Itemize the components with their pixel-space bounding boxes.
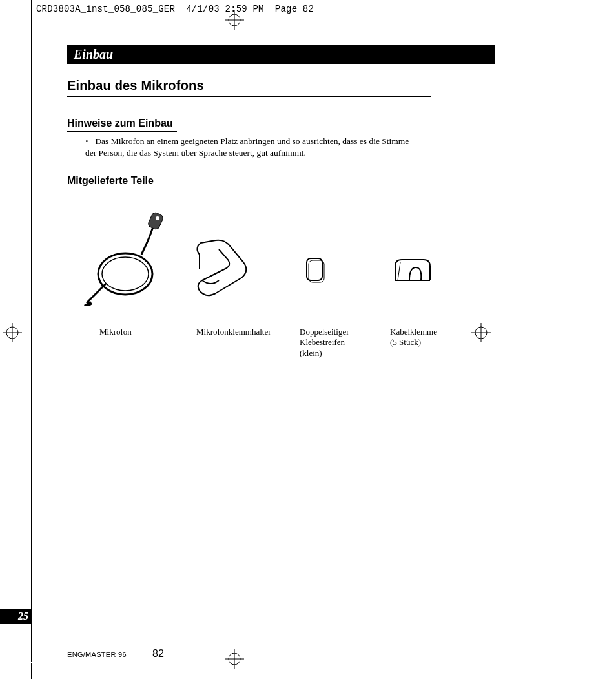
side-tab: 25	[0, 609, 32, 624]
content-area: Einbau Einbau des Mikrofons Hinweise zum…	[67, 45, 495, 189]
bullet-marker-icon: •	[85, 136, 93, 147]
crop-mark	[469, 0, 469, 16]
clip-holder-icon	[180, 235, 258, 306]
parts-figure: Mikrofon Mikrofonklemmhalter Doppelseiti…	[74, 190, 487, 359]
parts-images-row	[74, 190, 487, 306]
adhesive-pad-icon	[303, 255, 329, 287]
part-image-klebestreifen	[267, 255, 364, 306]
cable-clamp-icon	[390, 255, 435, 287]
microphone-icon	[80, 209, 164, 306]
svg-point-12	[98, 253, 152, 295]
svg-rect-14	[147, 211, 164, 230]
chapter-bar: Einbau	[67, 45, 495, 64]
part-label: Mikrofonklemmhalter	[196, 327, 300, 359]
part-label: Doppelseitiger Klebestreifen (klein)	[300, 327, 390, 359]
crop-mark	[31, 663, 483, 663]
bullet-text: Das Mikrofon an einem geeigneten Platz a…	[85, 136, 409, 158]
registration-mark-icon	[3, 323, 22, 342]
subsection-heading: Hinweise zum Einbau	[67, 118, 177, 132]
part-image-mikrofon	[74, 209, 170, 306]
subsection-heading: Mitgelieferte Teile	[67, 175, 158, 189]
section-heading-text: Einbau des Mikrofons	[67, 78, 204, 92]
crop-mark	[31, 16, 483, 16]
subsection-heading-text: Hinweise zum Einbau	[67, 118, 173, 129]
page-number: 82	[152, 648, 164, 660]
registration-mark-icon	[225, 649, 244, 669]
crop-mark	[469, 16, 469, 41]
subsection-heading-text: Mitgelieferte Teile	[67, 175, 154, 186]
crop-mark	[469, 638, 469, 663]
svg-point-13	[102, 257, 149, 291]
print-slug: CRD3803A_inst_058_085_GER 4/1/03 2:59 PM…	[36, 4, 314, 14]
part-label: Mikrofon	[74, 327, 196, 359]
svg-line-18	[398, 262, 400, 280]
part-image-klemmhalter	[170, 235, 267, 306]
chapter-title: Einbau	[74, 47, 113, 61]
parts-labels-row: Mikrofon Mikrofonklemmhalter Doppelseiti…	[74, 327, 487, 359]
svg-point-15	[156, 216, 159, 220]
crop-mark	[31, 663, 32, 679]
part-label: Kabelklemme (5 Stück)	[390, 327, 480, 359]
page: CRD3803A_inst_058_085_GER 4/1/03 2:59 PM…	[0, 0, 616, 679]
svg-rect-16	[307, 258, 322, 280]
footer: ENG/MASTER 96 82	[67, 648, 164, 660]
crop-mark	[31, 16, 32, 662]
crop-mark	[31, 0, 32, 16]
section-heading: Einbau des Mikrofons	[67, 78, 431, 97]
crop-mark	[469, 663, 469, 679]
bullet-item: • Das Mikrofon an einem geeigneten Platz…	[85, 136, 421, 158]
side-tab-number: 25	[18, 611, 28, 622]
part-image-kabelklemme	[364, 255, 461, 306]
footer-master: ENG/MASTER 96	[67, 651, 127, 658]
